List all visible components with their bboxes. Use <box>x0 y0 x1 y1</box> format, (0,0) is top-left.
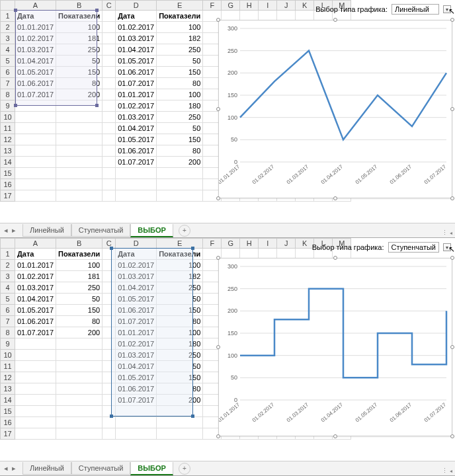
cell[interactable]: 150 <box>157 134 203 145</box>
cell[interactable]: 01.03.2017 <box>116 350 157 361</box>
cell[interactable] <box>103 372 116 383</box>
chevron-down-icon[interactable]: ▼ <box>443 5 451 13</box>
cell[interactable]: 182 <box>157 271 203 282</box>
row-header[interactable]: 1 <box>1 11 15 22</box>
row-header[interactable]: 15 <box>1 168 15 179</box>
cell[interactable] <box>15 361 56 372</box>
cell[interactable] <box>103 145 116 157</box>
cell[interactable]: 50 <box>157 294 203 305</box>
cell[interactable]: 150 <box>56 305 103 316</box>
cell[interactable] <box>15 190 56 202</box>
tab-nav-prev[interactable]: ◂ <box>3 226 9 235</box>
cell[interactable]: 01.01.2017 <box>15 22 56 33</box>
cell[interactable]: 250 <box>157 282 203 294</box>
cell[interactable]: 100 <box>157 89 203 100</box>
cell[interactable] <box>103 89 116 100</box>
cell[interactable]: 01.07.2017 <box>116 78 157 89</box>
cell[interactable] <box>103 417 116 428</box>
cell[interactable] <box>56 157 103 168</box>
row-header[interactable]: 7 <box>1 78 15 89</box>
cell[interactable]: 01.06.2017 <box>116 305 157 316</box>
cell[interactable] <box>157 406 203 417</box>
row-header[interactable]: 16 <box>1 179 15 190</box>
cell[interactable]: 01.04.2017 <box>15 294 56 305</box>
cell[interactable]: 01.04.2017 <box>116 44 157 56</box>
cell[interactable] <box>116 406 157 417</box>
chevron-down-icon[interactable]: ▼ <box>443 243 451 251</box>
cell[interactable]: 01.05.2017 <box>15 67 56 78</box>
cell[interactable] <box>15 406 56 417</box>
col-header[interactable]: D <box>116 239 157 249</box>
row-header[interactable]: 13 <box>1 383 15 395</box>
cell[interactable] <box>103 78 116 89</box>
cell[interactable]: 180 <box>157 100 203 112</box>
row-header[interactable]: 3 <box>1 271 15 282</box>
row-header[interactable]: 12 <box>1 134 15 145</box>
cell[interactable]: 01.06.2017 <box>15 78 56 89</box>
row-header[interactable]: 1 <box>1 249 15 260</box>
cell[interactable] <box>103 157 116 168</box>
row-header[interactable]: 10 <box>1 112 15 123</box>
row-header[interactable]: 16 <box>1 417 15 428</box>
cell[interactable] <box>116 168 157 179</box>
cell[interactable]: 01.02.2017 <box>116 338 157 350</box>
cell[interactable] <box>15 168 56 179</box>
cell[interactable] <box>15 157 56 168</box>
tab-nav-next[interactable]: ▸ <box>11 464 17 473</box>
cell[interactable]: 250 <box>56 44 103 56</box>
cell[interactable]: 150 <box>157 372 203 383</box>
add-sheet-button[interactable]: + <box>179 225 190 237</box>
row-header[interactable]: 4 <box>1 282 15 294</box>
col-header[interactable]: J <box>277 239 296 249</box>
cell[interactable] <box>157 190 203 202</box>
cell[interactable]: Дата <box>116 11 157 22</box>
cell[interactable]: 100 <box>56 260 103 271</box>
col-header[interactable]: A <box>15 1 56 11</box>
cell[interactable]: 80 <box>56 78 103 89</box>
cell[interactable]: 180 <box>157 338 203 350</box>
cell[interactable] <box>56 100 103 112</box>
cell[interactable]: 200 <box>157 395 203 406</box>
cell[interactable]: 01.05.2017 <box>116 134 157 145</box>
cell[interactable] <box>15 123 56 134</box>
cell[interactable]: 50 <box>56 56 103 67</box>
cell[interactable] <box>56 134 103 145</box>
cell[interactable] <box>103 395 116 406</box>
cell[interactable] <box>103 56 116 67</box>
cell[interactable]: Дата <box>15 249 56 260</box>
col-header[interactable]: J <box>277 1 296 11</box>
cell[interactable]: 01.07.2017 <box>15 327 56 338</box>
cell[interactable] <box>103 260 116 271</box>
cell[interactable] <box>103 428 116 440</box>
cell[interactable]: 250 <box>56 282 103 294</box>
scroll-left-icon[interactable]: ◂ <box>450 230 452 236</box>
cell[interactable]: 200 <box>56 327 103 338</box>
row-header[interactable]: 13 <box>1 145 15 157</box>
cell[interactable]: 01.05.2017 <box>116 56 157 67</box>
col-header[interactable]: C <box>103 239 116 249</box>
row-header[interactable]: 17 <box>1 190 15 202</box>
cell[interactable]: 01.06.2017 <box>116 383 157 395</box>
cell[interactable]: 01.01.2017 <box>15 260 56 271</box>
cell[interactable]: 01.05.2017 <box>116 294 157 305</box>
cell[interactable]: 100 <box>157 327 203 338</box>
cell[interactable]: 150 <box>56 67 103 78</box>
cell[interactable]: 200 <box>56 89 103 100</box>
cell[interactable] <box>15 179 56 190</box>
cell[interactable]: 01.04.2017 <box>15 56 56 67</box>
cell[interactable] <box>103 271 116 282</box>
col-header[interactable]: A <box>15 239 56 249</box>
cell[interactable]: 01.06.2017 <box>116 145 157 157</box>
cell[interactable]: 80 <box>56 316 103 327</box>
cell[interactable]: 01.02.2017 <box>116 100 157 112</box>
row-header[interactable]: 3 <box>1 33 15 44</box>
tab-nav-next[interactable]: ▸ <box>11 226 17 235</box>
line-chart[interactable]: 05010015020025030001.01.201701.02.201701… <box>218 20 452 198</box>
cell[interactable] <box>15 383 56 395</box>
row-header[interactable]: 17 <box>1 428 15 440</box>
cell[interactable] <box>15 145 56 157</box>
row-header[interactable]: 11 <box>1 361 15 372</box>
cell[interactable]: 50 <box>157 56 203 67</box>
cell[interactable] <box>56 123 103 134</box>
sheet-tab[interactable]: ВЫБОР <box>130 462 173 475</box>
